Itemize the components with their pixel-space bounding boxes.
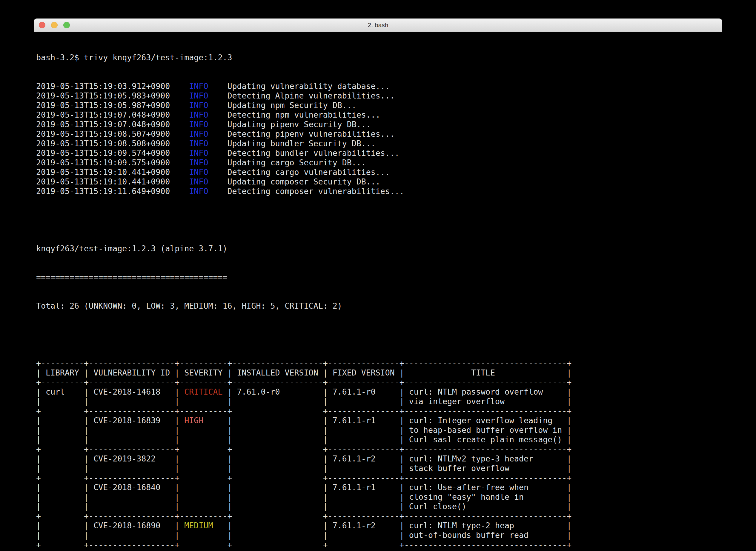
table-line: | LIBRARY | VULNERABILITY ID | SEVERITY … bbox=[36, 368, 722, 378]
log-level: INFO bbox=[189, 120, 208, 129]
total-summary-line: Total: 26 (UNKNOWN: 0, LOW: 3, MEDIUM: 1… bbox=[36, 301, 722, 311]
log-line: 2019-05-13T15:19:09.575+0900 INFO Updati… bbox=[36, 158, 722, 167]
log-message: Detecting pipenv vulnerabilities... bbox=[208, 129, 394, 138]
log-timestamp: 2019-05-13T15:19:10.441+0900 bbox=[36, 167, 189, 177]
table-line: | | CVE-2018-16840 | | | 7.61.1-r1 | cur… bbox=[36, 483, 722, 492]
blank-line bbox=[36, 330, 722, 340]
table-text: | | | | | | stack buffer overflow | bbox=[36, 464, 572, 473]
log-message: Detecting cargo vulnerabilities... bbox=[208, 167, 390, 177]
artifact-underline: ======================================== bbox=[36, 272, 722, 282]
table-line: | curl | CVE-2018-14618 | CRITICAL | 7.6… bbox=[36, 387, 722, 397]
log-timestamp: 2019-05-13T15:19:11.649+0900 bbox=[36, 186, 189, 196]
severity-critical-label: CRITICAL bbox=[184, 387, 223, 396]
table-text: +---------+------------------+----------… bbox=[36, 359, 572, 368]
log-level: INFO bbox=[189, 158, 208, 167]
terminal-screen[interactable]: bash-3.2$ trivy knqyf263/test-image:1.2.… bbox=[34, 32, 722, 551]
table-line: +---------+------------------+----------… bbox=[36, 359, 722, 368]
table-line: | | | | | | stack buffer overflow | bbox=[36, 464, 722, 473]
table-line: + +------------------+----------+ +-----… bbox=[36, 511, 722, 521]
table-text: | LIBRARY | VULNERABILITY ID | SEVERITY … bbox=[36, 368, 572, 377]
log-level: INFO bbox=[189, 81, 208, 91]
table-text: | | 7.61.1-r2 | curl: NTLM type-2 heap | bbox=[213, 521, 572, 530]
table-text: | | | | | | Curl_sasl_create_plain_messa… bbox=[36, 435, 572, 444]
table-line: | | | | | | closing "easy" handle in | bbox=[36, 492, 722, 502]
log-message: Updating composer Security DB... bbox=[208, 177, 380, 186]
close-button[interactable] bbox=[39, 22, 45, 28]
table-text: | | 7.61.1-r1 | curl: Integer overflow l… bbox=[203, 416, 572, 425]
log-line: 2019-05-13T15:19:08.508+0900 INFO Updati… bbox=[36, 139, 722, 148]
log-timestamp: 2019-05-13T15:19:10.441+0900 bbox=[36, 177, 189, 186]
table-line: | | | | | | out-of-bounds buffer read | bbox=[36, 530, 722, 540]
table-text: | 7.61.0-r0 | 7.61.1-r0 | curl: NTLM pas… bbox=[223, 387, 572, 396]
table-text: | curl | CVE-2018-14618 | bbox=[36, 387, 184, 396]
log-timestamp: 2019-05-13T15:19:07.048+0900 bbox=[36, 110, 189, 119]
table-text: | | CVE-2019-3823 | | | | curl: SMTP end… bbox=[36, 550, 572, 551]
table-line: | | | | | | via integer overflow | bbox=[36, 397, 722, 406]
minimize-button[interactable] bbox=[51, 22, 58, 28]
log-line: 2019-05-13T15:19:05.987+0900 INFO Updati… bbox=[36, 101, 722, 110]
log-timestamp: 2019-05-13T15:19:05.983+0900 bbox=[36, 91, 189, 100]
table-text: | | | | | | via integer overflow | bbox=[36, 397, 572, 406]
table-text: | | | | | | out-of-bounds buffer read | bbox=[36, 530, 572, 540]
log-level: INFO bbox=[189, 186, 208, 196]
log-message: Detecting composer vulnerabilities... bbox=[208, 186, 404, 196]
table-line: +---------+------------------+----------… bbox=[36, 378, 722, 387]
log-lines: 2019-05-13T15:19:03.912+0900 INFO Updati… bbox=[36, 81, 722, 196]
log-line: 2019-05-13T15:19:10.441+0900 INFO Updati… bbox=[36, 177, 722, 186]
log-level: INFO bbox=[189, 177, 208, 186]
window-title: 2. bash bbox=[368, 21, 388, 29]
table-line: | | CVE-2018-16839 | HIGH | | 7.61.1-r1 … bbox=[36, 416, 722, 425]
log-message: Updating pipenv Security DB... bbox=[208, 120, 371, 129]
table-text: | | CVE-2018-16890 | bbox=[36, 521, 184, 530]
vulnerability-table: +---------+------------------+----------… bbox=[36, 359, 722, 551]
shell-prompt-line: bash-3.2$ trivy knqyf263/test-image:1.2.… bbox=[36, 53, 722, 62]
log-level: INFO bbox=[189, 129, 208, 138]
log-line: 2019-05-13T15:19:10.441+0900 INFO Detect… bbox=[36, 167, 722, 177]
titlebar[interactable]: 2. bash bbox=[34, 18, 722, 32]
log-level: INFO bbox=[189, 139, 208, 148]
log-timestamp: 2019-05-13T15:19:08.508+0900 bbox=[36, 139, 189, 148]
log-level: INFO bbox=[189, 91, 208, 100]
log-message: Updating bundler Security DB... bbox=[208, 139, 375, 148]
log-line: 2019-05-13T15:19:05.983+0900 INFO Detect… bbox=[36, 91, 722, 101]
table-line: + +------------------+ + + +------------… bbox=[36, 540, 722, 550]
table-line: | | | | | | Curl_sasl_create_plain_messa… bbox=[36, 435, 722, 445]
terminal-window: 2. bash bash-3.2$ trivy knqyf263/test-im… bbox=[34, 18, 722, 551]
log-message: Updating cargo Security DB... bbox=[208, 158, 366, 167]
table-line: + +------------------+ + +--------------… bbox=[36, 445, 722, 454]
traffic-lights bbox=[39, 22, 70, 28]
table-line: | | CVE-2018-16890 | MEDIUM | | 7.61.1-r… bbox=[36, 521, 722, 530]
log-line: 2019-05-13T15:19:07.048+0900 INFO Detect… bbox=[36, 110, 722, 120]
table-text: + +------------------+----------+ +-----… bbox=[36, 406, 572, 416]
log-message: Updating vulnerability database... bbox=[208, 81, 390, 91]
table-text: | | | | | | to heap-based buffer overflo… bbox=[36, 425, 572, 435]
table-line: | | | | | | Curl_close() | bbox=[36, 502, 722, 511]
table-text: + +------------------+ + +--------------… bbox=[36, 445, 572, 454]
zoom-button[interactable] bbox=[63, 22, 70, 28]
table-text: + +------------------+ + +--------------… bbox=[36, 473, 572, 482]
table-text: | | | | | | closing "easy" handle in | bbox=[36, 492, 572, 501]
log-line: 2019-05-13T15:19:09.574+0900 INFO Detect… bbox=[36, 148, 722, 158]
table-line: + +------------------+ + +--------------… bbox=[36, 473, 722, 483]
table-line: | | CVE-2019-3822 | | | 7.61.1-r2 | curl… bbox=[36, 454, 722, 464]
log-message: Updating npm Security DB... bbox=[208, 101, 356, 110]
blank-line bbox=[36, 215, 722, 225]
artifact-line: knqyf263/test-image:1.2.3 (alpine 3.7.1) bbox=[36, 244, 722, 253]
log-level: INFO bbox=[189, 167, 208, 177]
log-line: 2019-05-13T15:19:08.507+0900 INFO Detect… bbox=[36, 129, 722, 139]
log-level: INFO bbox=[189, 148, 208, 158]
log-timestamp: 2019-05-13T15:19:07.048+0900 bbox=[36, 120, 189, 129]
table-line: + +------------------+----------+ +-----… bbox=[36, 406, 722, 416]
table-text: +---------+------------------+----------… bbox=[36, 378, 572, 387]
log-line: 2019-05-13T15:19:11.649+0900 INFO Detect… bbox=[36, 186, 722, 196]
log-timestamp: 2019-05-13T15:19:05.987+0900 bbox=[36, 101, 189, 110]
table-line: | | | | | | to heap-based buffer overflo… bbox=[36, 425, 722, 435]
table-text: | | CVE-2018-16840 | | | 7.61.1-r1 | cur… bbox=[36, 483, 572, 492]
log-line: 2019-05-13T15:19:07.048+0900 INFO Updati… bbox=[36, 120, 722, 129]
log-message: Detecting bundler vulnerabilities... bbox=[208, 148, 399, 158]
log-timestamp: 2019-05-13T15:19:08.507+0900 bbox=[36, 129, 189, 138]
log-timestamp: 2019-05-13T15:19:09.575+0900 bbox=[36, 158, 189, 167]
severity-medium-label: MEDIUM bbox=[184, 521, 213, 530]
table-text: + +------------------+ + + +------------… bbox=[36, 540, 572, 549]
severity-high-label: HIGH bbox=[184, 416, 203, 425]
